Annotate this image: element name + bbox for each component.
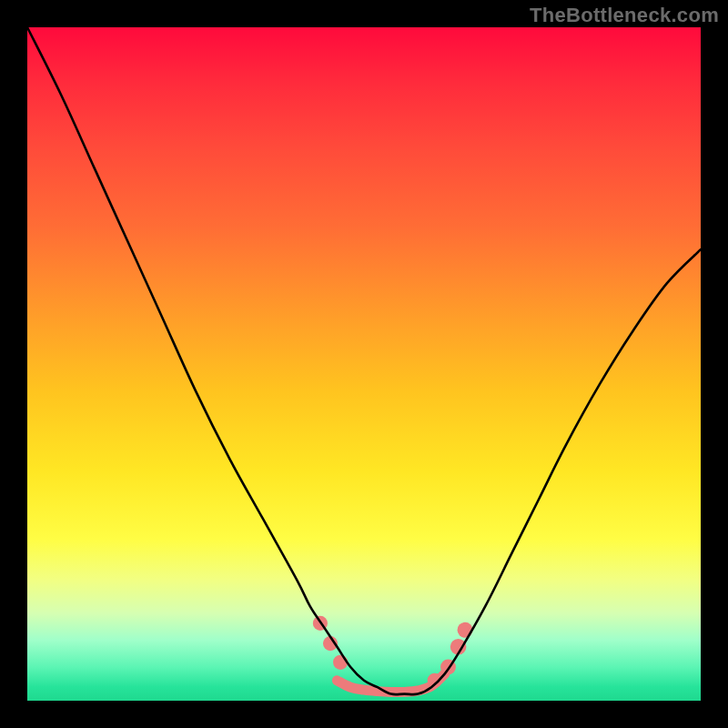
watermark-text: TheBottleneck.com (530, 4, 719, 27)
chart-frame: TheBottleneck.com (0, 0, 728, 728)
bottleneck-curve (27, 27, 701, 694)
chart-svg (27, 27, 701, 701)
left-dot-3 (333, 655, 348, 670)
chart-plot-area (27, 27, 701, 701)
